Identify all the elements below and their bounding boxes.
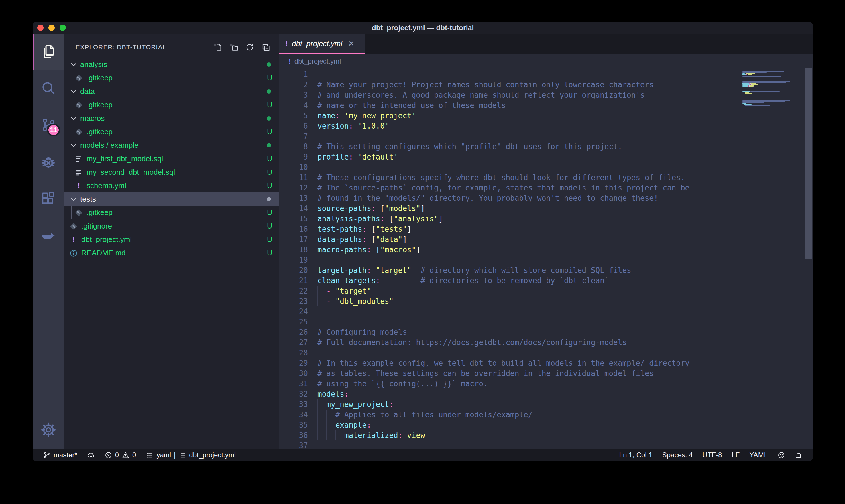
code-line-25[interactable]: 25 [279, 317, 813, 327]
tree-item--gitignore[interactable]: .gitignoreU [64, 219, 279, 233]
separator: | [174, 451, 176, 459]
tree-item-readme-md[interactable]: README.mdU [64, 246, 279, 260]
code-line-9[interactable]: 9profile: 'default' [279, 152, 813, 162]
code-line-4[interactable]: 4# name or the intended use of these mod… [279, 100, 813, 110]
activity-bar-item-search[interactable] [33, 70, 64, 107]
activity-bar-item-source-control[interactable]: 11 [33, 107, 64, 144]
code-line-37[interactable]: 37 [279, 440, 813, 449]
tree-item-label: my_first_dbt_model.sql [87, 154, 163, 163]
code-line-32[interactable]: 32models: [279, 389, 813, 399]
tab-close-icon[interactable]: ✕ [348, 39, 354, 48]
encoding-setting[interactable]: UTF-8 [702, 451, 722, 459]
eol-setting[interactable]: LF [732, 451, 740, 459]
new-folder-button[interactable] [229, 43, 238, 52]
tree-item-analysis[interactable]: analysis [64, 58, 279, 71]
git-branch-indicator[interactable]: master* [43, 451, 77, 459]
tree-item-schema-yml[interactable]: !schema.ymlU [64, 179, 279, 193]
close-window-button[interactable] [37, 25, 43, 31]
tree-item--gitkeep[interactable]: .gitkeepU [64, 71, 279, 85]
problems-indicator[interactable]: 0 0 [105, 451, 136, 459]
code-line-30[interactable]: 30# as tables. These settings can be ove… [279, 368, 813, 379]
tree-item-tests[interactable]: tests [64, 193, 279, 206]
activity-bar-item-docker[interactable] [33, 217, 64, 254]
code-text: macro-paths: ["macros"] [317, 245, 420, 255]
code-line-10[interactable]: 10 [279, 162, 813, 173]
tree-item--gitkeep[interactable]: .gitkeepU [64, 125, 279, 139]
code-line-12[interactable]: 12# The `source-paths` config, for examp… [279, 183, 813, 193]
errors-count: 0 [115, 451, 119, 459]
code-line-21[interactable]: 21clean-targets: # directories to be rem… [279, 275, 813, 286]
code-text: # In this example config, we tell dbt to… [317, 358, 689, 368]
feedback-button[interactable] [777, 451, 785, 459]
tree-item-label: .gitkeep [87, 127, 112, 136]
code-line-36[interactable]: 36 materialized: view [279, 430, 813, 440]
activity-bar-item-explorer[interactable] [33, 34, 64, 70]
code-line-29[interactable]: 29# In this example config, we tell dbt … [279, 358, 813, 368]
tree-item--gitkeep[interactable]: .gitkeepU [64, 98, 279, 112]
code-line-24[interactable]: 24 [279, 306, 813, 317]
tree-item-label: analysis [80, 60, 107, 69]
code-line-2[interactable]: 2# Name your project! Project names shou… [279, 79, 813, 90]
code-editor[interactable]: 12# Name your project! Project names sho… [279, 68, 813, 449]
code-text: name: 'my_new_project' [317, 110, 416, 121]
notifications-button[interactable] [795, 451, 803, 459]
code-line-28[interactable]: 28 [279, 348, 813, 358]
code-line-16[interactable]: 16test-paths: ["tests"] [279, 224, 813, 234]
code-text: target-path: "target" # directory which … [317, 265, 631, 275]
code-line-13[interactable]: 13# found in the "models/" directory. Yo… [279, 193, 813, 203]
language-mode[interactable]: YAML [749, 451, 768, 459]
indentation-setting[interactable]: Spaces: 4 [662, 451, 693, 459]
tree-item-my-second-dbt-model-sql[interactable]: my_second_dbt_model.sqlU [64, 165, 279, 179]
activity-bar-item-extensions[interactable] [33, 180, 64, 217]
tree-item-label: dbt_project.yml [82, 235, 132, 244]
status-bar: master* 0 0 yaml | dbt_project.yml [33, 449, 813, 461]
breadcrumb[interactable]: ! dbt_project.yml [279, 54, 813, 68]
tree-item-models-example[interactable]: models / example [64, 139, 279, 152]
code-line-8[interactable]: 8# This setting configures which "profil… [279, 142, 813, 152]
code-line-15[interactable]: 15analysis-paths: ["analysis"] [279, 214, 813, 224]
collapse-all-button[interactable] [261, 43, 270, 52]
tab-dbt-project-yml[interactable]: ! dbt_project.yml ✕ [279, 34, 365, 54]
new-file-button[interactable] [213, 43, 222, 52]
code-line-33[interactable]: 33 my_new_project: [279, 399, 813, 410]
code-line-19[interactable]: 19 [279, 255, 813, 265]
refresh-button[interactable] [245, 43, 254, 52]
publish-changes-button[interactable] [87, 451, 95, 459]
code-line-27[interactable]: 27# Full documentation: https://docs.get… [279, 337, 813, 348]
code-line-20[interactable]: 20target-path: "target" # directory whic… [279, 265, 813, 275]
tree-item--gitkeep[interactable]: .gitkeepU [64, 206, 279, 219]
tree-item-data[interactable]: data [64, 85, 279, 98]
code-line-35[interactable]: 35 example: [279, 420, 813, 430]
breadcrumb-file-label[interactable]: dbt_project.yml [294, 57, 341, 65]
code-line-5[interactable]: 5name: 'my_new_project' [279, 110, 813, 121]
tree-item-macros[interactable]: macros [64, 112, 279, 125]
minimap[interactable] [742, 69, 796, 110]
tab-label: dbt_project.yml [292, 39, 342, 48]
line-number: 36 [279, 430, 317, 440]
code-line-23[interactable]: 23 - "dbt_modules" [279, 296, 813, 306]
activity-bar-item-settings[interactable] [33, 412, 64, 449]
code-line-31[interactable]: 31# using the `{{ config(...) }}` macro. [279, 379, 813, 389]
tree-item-my-first-dbt-model-sql[interactable]: my_first_dbt_model.sqlU [64, 152, 279, 165]
code-line-18[interactable]: 18macro-paths: ["macros"] [279, 245, 813, 255]
code-line-11[interactable]: 11# These configurations specify where d… [279, 173, 813, 183]
code-line-1[interactable]: 1 [279, 69, 813, 79]
editor-group: ! dbt_project.yml ✕ ! dbt_project.yml 12… [279, 34, 813, 449]
code-line-34[interactable]: 34 # Applies to all files under models/e… [279, 410, 813, 420]
tree-item-dbt-project-yml[interactable]: !dbt_project.ymlU [64, 233, 279, 246]
minimize-window-button[interactable] [49, 25, 55, 31]
code-line-17[interactable]: 17data-paths: ["data"] [279, 234, 813, 245]
code-line-3[interactable]: 3# and underscores. A good package name … [279, 90, 813, 100]
code-line-14[interactable]: 14source-paths: ["models"] [279, 203, 813, 214]
chevron-down-icon [69, 195, 78, 204]
editor-scrollbar[interactable] [805, 68, 812, 259]
cursor-position[interactable]: Ln 1, Col 1 [619, 451, 652, 459]
code-line-6[interactable]: 6version: '1.0.0' [279, 121, 813, 131]
code-line-7[interactable]: 7 [279, 131, 813, 142]
activity-bar-item-debug[interactable] [33, 144, 64, 180]
code-line-22[interactable]: 22 - "target" [279, 286, 813, 296]
zoom-window-button[interactable] [59, 25, 66, 31]
code-text: example: [317, 420, 371, 430]
yaml-tasks-indicator[interactable]: yaml | dbt_project.yml [146, 451, 236, 459]
code-line-26[interactable]: 26# Configuring models [279, 327, 813, 337]
